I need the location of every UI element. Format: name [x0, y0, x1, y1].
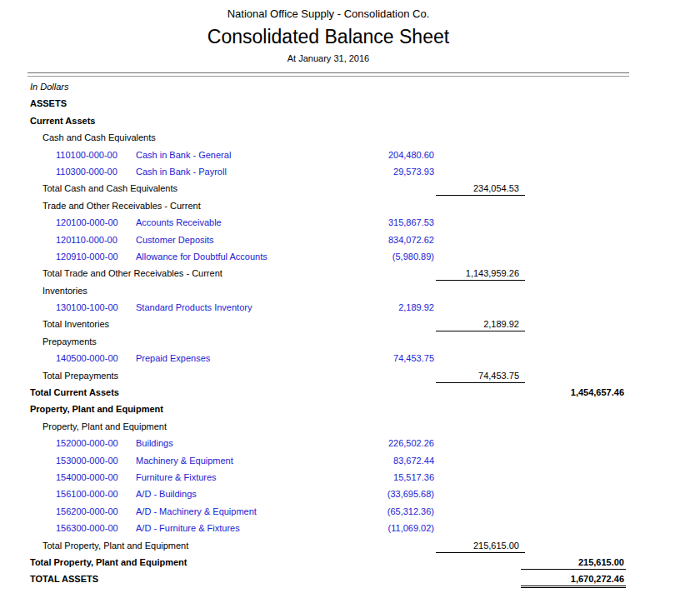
group-heading: Cash and Cash Equivalents — [42, 132, 156, 142]
account-name-link[interactable]: A/D - Furniture & Fixtures — [136, 523, 240, 533]
report-row-subtotal: Total Property, Plant and Equipment215,6… — [28, 538, 629, 555]
report-row-section: ASSETS — [28, 96, 629, 112]
company-name: National Office Supply - Consolidation C… — [28, 7, 629, 20]
account-number-link[interactable]: 120100-000-00 — [56, 217, 118, 227]
account-amount-link[interactable]: (33,695.68) — [334, 489, 434, 499]
subtotal-label: Total Inventories — [42, 319, 109, 329]
total-label: Total Property, Plant and Equipment — [30, 557, 187, 567]
account-number-link[interactable]: 156200-000-00 — [56, 506, 118, 516]
report-row-subtotal: Total Inventories2,189.92 — [28, 316, 629, 333]
subtotal-label: Total Cash and Cash Equivalents — [42, 183, 178, 193]
account-amount-link[interactable]: 83,672.44 — [334, 456, 434, 466]
account-amount-link[interactable]: 834,072.62 — [334, 235, 434, 245]
account-number-link[interactable]: 156100-000-00 — [56, 489, 118, 499]
report-row-group: Trade and Other Receivables - Current — [28, 198, 629, 215]
subtotal-amount: 215,615.00 — [436, 541, 525, 553]
group-heading: Trade and Other Receivables - Current — [42, 201, 201, 211]
account-name-link[interactable]: Cash in Bank - General — [136, 150, 231, 160]
report-row-total: Total Property, Plant and Equipment215,6… — [28, 555, 629, 571]
account-number-link[interactable]: 153000-000-00 — [56, 456, 118, 466]
report-title: Consolidated Balance Sheet — [28, 26, 629, 47]
account-amount-link[interactable]: 315,867.53 — [334, 217, 434, 227]
account-name-link[interactable]: Prepaid Expenses — [136, 353, 210, 363]
account-number-link[interactable]: 154000-000-00 — [56, 472, 118, 482]
group-heading: Property, Plant and Equipment — [42, 421, 167, 431]
account-name-link[interactable]: Customer Deposits — [136, 235, 214, 245]
report-rows: In DollarsASSETSCurrent AssetsCash and C… — [28, 79, 629, 589]
subtotal-label: Total Trade and Other Receivables - Curr… — [42, 268, 222, 278]
account-name-link[interactable]: A/D - Machinery & Equipment — [136, 506, 257, 516]
section-heading: Property, Plant and Equipment — [30, 404, 163, 414]
subtotal-amount: 234,054.53 — [436, 183, 525, 196]
report-row-account: 130100-100-00Standard Products Inventory… — [28, 300, 629, 316]
account-number-link[interactable]: 130100-100-00 — [56, 302, 118, 312]
account-number-link[interactable]: 152000-000-00 — [56, 438, 118, 448]
report-row-section: Property, Plant and Equipment — [28, 401, 629, 418]
account-number-link[interactable]: 120110-000-00 — [56, 235, 118, 245]
report-row-total: TOTAL ASSETS1,670,272.46 — [28, 571, 629, 588]
report-row-account: 120100-000-00Accounts Receivable315,867.… — [28, 215, 629, 232]
group-heading: Inventories — [42, 286, 88, 296]
account-amount-link[interactable]: 15,517.36 — [334, 472, 434, 482]
report-row-account: 110100-000-00Cash in Bank - General204,4… — [28, 147, 629, 164]
account-number-link[interactable]: 120910-000-00 — [56, 252, 118, 262]
account-name-link[interactable]: Furniture & Fixtures — [136, 472, 217, 482]
subtotal-label: Total Property, Plant and Equipment — [42, 541, 188, 551]
subtotal-label: Total Prepayments — [42, 371, 118, 381]
account-amount-link[interactable]: 226,502.26 — [334, 438, 434, 448]
section-heading: ASSETS — [30, 98, 67, 108]
report-row-account: 154000-000-00Furniture & Fixtures15,517.… — [28, 470, 629, 486]
header-divider — [28, 72, 629, 77]
subtotal-amount: 2,189.92 — [436, 319, 525, 331]
account-number-link[interactable]: 140500-000-00 — [56, 353, 118, 363]
report-row-account: 120910-000-00Allowance for Doubtful Acco… — [28, 249, 629, 266]
subtotal-amount: 1,143,959.26 — [436, 268, 525, 281]
account-number-link[interactable]: 110300-000-00 — [56, 167, 118, 177]
report-row-account: 153000-000-00Machinery & Equipment83,672… — [28, 453, 629, 470]
report-row-section: Current Assets — [28, 113, 629, 130]
report-row-group: Prepayments — [28, 334, 629, 351]
account-amount-link[interactable]: 74,453.75 — [334, 353, 434, 363]
account-number-link[interactable]: 156300-000-00 — [56, 523, 118, 533]
balance-sheet-page: National Office Supply - Consolidation C… — [28, 0, 629, 589]
report-date: At January 31, 2016 — [28, 53, 629, 64]
total-amount: 1,454,657.46 — [521, 387, 626, 397]
report-row-account: 120110-000-00Customer Deposits834,072.62 — [28, 232, 629, 249]
report-row-total: Total Current Assets1,454,657.46 — [28, 385, 629, 401]
account-amount-link[interactable]: 2,189.92 — [334, 302, 434, 312]
account-name-link[interactable]: Machinery & Equipment — [136, 456, 233, 466]
report-row-group: Cash and Cash Equivalents — [28, 130, 629, 147]
account-amount-link[interactable]: 204,480.60 — [334, 150, 434, 160]
report-row-subtotal: Total Trade and Other Receivables - Curr… — [28, 266, 629, 282]
account-amount-link[interactable]: (5,980.89) — [334, 252, 434, 262]
total-label: Total Current Assets — [30, 387, 119, 397]
report-row-account: 156200-000-00A/D - Machinery & Equipment… — [28, 504, 629, 521]
account-name-link[interactable]: Allowance for Doubtful Accounts — [136, 252, 268, 262]
currency-note: In Dollars — [30, 82, 68, 92]
account-amount-link[interactable]: (11,069.02) — [334, 523, 434, 533]
report-row-note: In Dollars — [28, 79, 629, 96]
account-name-link[interactable]: Standard Products Inventory — [136, 302, 252, 312]
report-row-account: 156300-000-00A/D - Furniture & Fixtures(… — [28, 521, 629, 537]
account-amount-link[interactable]: (65,312.36) — [334, 506, 434, 516]
group-heading: Prepayments — [42, 336, 97, 346]
report-row-subtotal: Total Cash and Cash Equivalents234,054.5… — [28, 181, 629, 197]
report-row-subtotal: Total Prepayments74,453.75 — [28, 368, 629, 385]
total-label: TOTAL ASSETS — [30, 574, 98, 584]
account-number-link[interactable]: 110100-000-00 — [56, 150, 118, 160]
report-row-account: 152000-000-00Buildings226,502.26 — [28, 436, 629, 452]
report-row-account: 110300-000-00Cash in Bank - Payroll29,57… — [28, 164, 629, 181]
report-row-group: Inventories — [28, 283, 629, 300]
account-name-link[interactable]: A/D - Buildings — [136, 489, 197, 499]
account-amount-link[interactable]: 29,573.93 — [334, 167, 434, 177]
account-name-link[interactable]: Cash in Bank - Payroll — [136, 167, 227, 177]
account-name-link[interactable]: Accounts Receivable — [136, 217, 222, 227]
section-heading: Current Assets — [30, 116, 95, 126]
account-name-link[interactable]: Buildings — [136, 438, 173, 448]
subtotal-amount: 74,453.75 — [436, 371, 525, 383]
report-row-account: 140500-000-00Prepaid Expenses74,453.75 — [28, 351, 629, 367]
report-row-account: 156100-000-00A/D - Buildings(33,695.68) — [28, 486, 629, 503]
total-amount: 1,670,272.46 — [521, 574, 626, 588]
report-row-group: Property, Plant and Equipment — [28, 419, 629, 436]
total-amount: 215,615.00 — [521, 557, 626, 570]
